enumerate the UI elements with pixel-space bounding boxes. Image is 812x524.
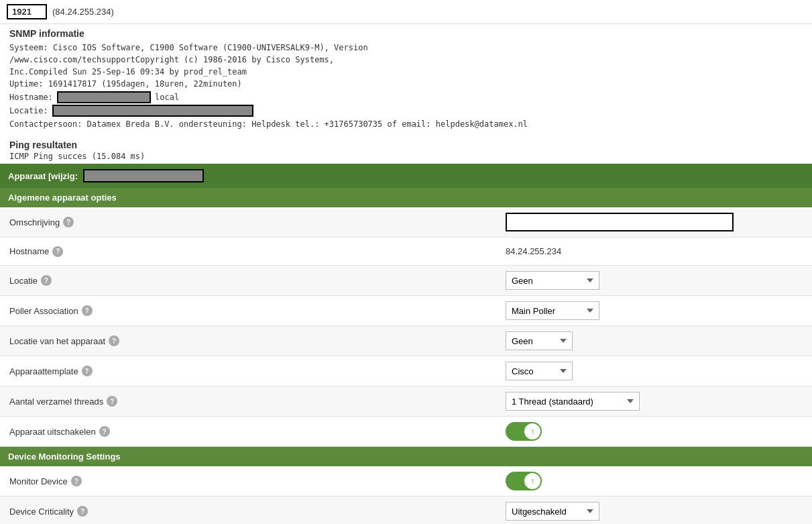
locatie-form-row: Locatie ? Geen <box>0 266 812 296</box>
locatie-apparaat-label: Locatie van het apparaat ? <box>9 335 506 346</box>
criticality-control: Uitgeschakeld <box>506 502 803 521</box>
apparaattemplate-select[interactable]: Cisco <box>506 362 573 380</box>
apparaattemplate-row: Apparaattemplate ? Cisco <box>0 356 812 386</box>
apparaat-name-input[interactable] <box>83 169 204 182</box>
locatie-select[interactable]: Geen <box>506 271 599 290</box>
threads-row: Aantal verzamel threads ? 1 Thread (stan… <box>0 386 812 417</box>
snmp-line2: /www.cisco.com/techsupportCopyright (c) … <box>9 54 803 66</box>
uitschakelen-control: ↑ <box>506 422 803 441</box>
hostname-help-icon[interactable]: ? <box>52 246 63 257</box>
uitschakelen-toggle[interactable]: ↑ <box>506 422 542 441</box>
hostname-form-row: Hostname ? 84.24.255.234 <box>0 238 812 266</box>
poller-help-icon[interactable]: ? <box>82 305 93 316</box>
criticality-row: Device Criticality ? Uitgeschakeld <box>0 496 812 524</box>
device-monitoring-bar: Device Monitoring Settings <box>0 447 812 466</box>
poller-select[interactable]: Main Poller <box>506 301 599 320</box>
monitor-device-toggle[interactable]: ↑ <box>506 472 542 490</box>
monitor-device-label: Monitor Device ? <box>9 476 506 486</box>
apparaattemplate-label: Apparaattemplate ? <box>9 366 506 376</box>
locatie-apparaat-control: Geen <box>506 331 803 350</box>
locatie-value-box <box>52 105 253 117</box>
top-bar: 1921 (84.24.255.234) <box>0 0 812 24</box>
locatie-apparaat-help-icon[interactable]: ? <box>109 335 119 346</box>
monitor-device-help-icon[interactable]: ? <box>71 476 82 486</box>
criticality-select[interactable]: Uitgeschakeld <box>506 502 599 521</box>
uitschakelen-arrow-icon: ↑ <box>530 427 534 436</box>
page-wrapper: 1921 (84.24.255.234) SNMP informatie Sys… <box>0 0 812 524</box>
poller-row: Poller Association ? Main Poller <box>0 296 812 326</box>
omschrijving-input[interactable] <box>506 213 734 231</box>
snmp-line3: Inc.Compiled Sun 25-Sep-16 09:34 by prod… <box>9 66 803 78</box>
locatie-help-icon[interactable]: ? <box>41 275 52 286</box>
locatie-apparaat-row: Locatie van het apparaat ? Geen <box>0 326 812 356</box>
hostname-value-box <box>57 91 151 103</box>
hostname-form-label: Hostname ? <box>9 246 506 257</box>
snmp-section: SNMP informatie Systeem: Cisco IOS Softw… <box>0 24 812 136</box>
snmp-title: SNMP informatie <box>9 28 803 39</box>
apparaattemplate-control: Cisco <box>506 362 803 380</box>
criticality-label: Device Criticality ? <box>9 506 506 517</box>
threads-select[interactable]: 1 Thread (standaard) <box>506 392 640 411</box>
monitor-device-control: ↑ <box>506 472 803 490</box>
ping-title: Ping resultaten <box>9 140 803 150</box>
criticality-help-icon[interactable]: ? <box>77 506 88 517</box>
ping-result: ICMP Ping succes (15.084 ms) <box>9 152 803 161</box>
uitschakelen-row: Apparaat uitschakelen ? ↑ <box>0 417 812 447</box>
apparaat-bar: Apparaat [wijzig: <box>0 164 812 188</box>
omschrijving-control <box>506 213 803 231</box>
apparaattemplate-help-icon[interactable]: ? <box>82 366 93 376</box>
device-id-box: 1921 <box>7 4 47 19</box>
threads-label: Aantal verzamel threads ? <box>9 396 506 407</box>
hostname-row: Hostname: local <box>9 91 803 103</box>
locatie-form-control: Geen <box>506 271 803 290</box>
algemene-bar: Algemene apparaat opties <box>0 188 812 207</box>
hostname-suffix: local <box>155 93 179 102</box>
uitschakelen-knob: ↑ <box>524 423 540 439</box>
locatie-snmp-label: Locatie: <box>9 106 48 115</box>
omschrijving-help-icon[interactable]: ? <box>63 217 74 227</box>
device-ip: (84.24.255.234) <box>52 7 114 17</box>
snmp-line4: Uptime: 1691417817 (195dagen, 18uren, 22… <box>9 78 803 90</box>
locatie-apparaat-select[interactable]: Geen <box>506 331 573 350</box>
poller-control: Main Poller <box>506 301 803 320</box>
hostname-label: Hostname: <box>9 93 53 102</box>
uitschakelen-label: Apparaat uitschakelen ? <box>9 426 506 437</box>
omschrijving-label: Omschrijving ? <box>9 217 506 227</box>
contact-info: Contactpersoon: Datamex Breda B.V. onder… <box>9 119 803 129</box>
monitor-device-knob: ↑ <box>524 473 540 489</box>
threads-help-icon[interactable]: ? <box>107 396 117 407</box>
hostname-value: 84.24.255.234 <box>506 246 561 256</box>
poller-label: Poller Association ? <box>9 305 506 316</box>
omschrijving-row: Omschrijving ? <box>0 207 812 238</box>
ping-section: Ping resultaten ICMP Ping succes (15.084… <box>0 136 812 164</box>
locatie-form-label: Locatie ? <box>9 275 506 286</box>
apparaat-bar-label: Apparaat [wijzig: <box>8 171 78 181</box>
monitor-device-row: Monitor Device ? ↑ <box>0 466 812 496</box>
hostname-form-control: 84.24.255.234 <box>506 246 803 256</box>
monitor-device-arrow-icon: ↑ <box>530 476 534 486</box>
locatie-row: Locatie: <box>9 105 803 117</box>
uitschakelen-help-icon[interactable]: ? <box>99 426 110 437</box>
snmp-line1: Systeem: Cisco IOS Software, C1900 Softw… <box>9 42 803 54</box>
threads-control: 1 Thread (standaard) <box>506 392 803 411</box>
